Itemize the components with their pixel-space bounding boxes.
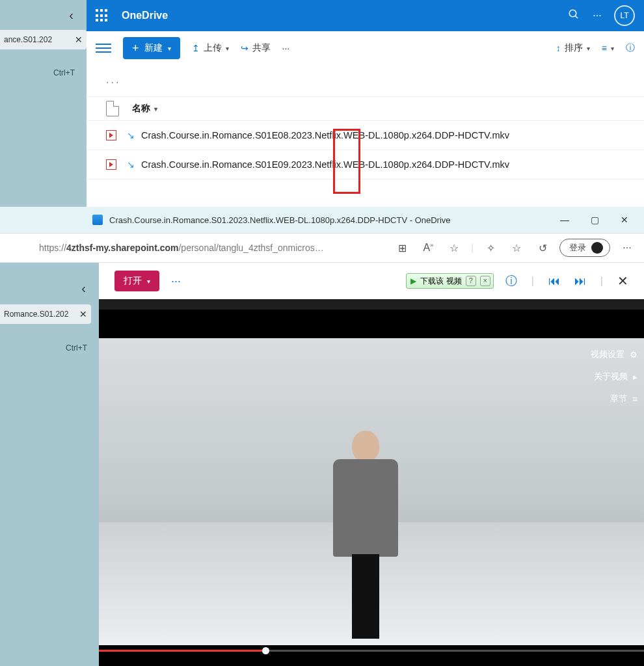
file-name: Crash.Course.in.Romance.S01E08.2023.Netf… xyxy=(141,130,509,140)
login-label: 登录 xyxy=(569,242,586,254)
info-icon[interactable]: ⓘ xyxy=(626,42,635,54)
player-main: 打开 ▾ ··· ▶ 下载该 视频 ? × ⓘ | ⏮ ⏭ | ✕ xyxy=(99,263,644,666)
help-icon[interactable]: ? xyxy=(466,276,476,286)
upload-button[interactable]: ↥ 上传 ▾ xyxy=(192,42,229,54)
progress-knob[interactable] xyxy=(262,647,269,654)
plus-icon: + xyxy=(132,42,139,54)
svg-line-1 xyxy=(575,16,578,18)
list-icon: ≡ xyxy=(632,394,637,404)
avatar[interactable]: LT xyxy=(614,5,635,26)
sort-button[interactable]: ↕ 排序 ▾ xyxy=(556,42,590,54)
onedrive-favicon-icon xyxy=(92,215,103,225)
upload-label: 上传 xyxy=(204,42,222,54)
close-icon[interactable]: ✕ xyxy=(79,309,87,319)
progress-bar[interactable] xyxy=(99,650,644,652)
video-overlay-menu: 视频设置 ⚙ 关于视频 ▸ 章节 ≡ xyxy=(569,338,644,415)
chevron-down-icon: ▾ xyxy=(147,278,150,285)
column-name[interactable]: 名称 ▾ xyxy=(132,103,157,114)
apps-icon[interactable]: ⊞ xyxy=(393,242,411,254)
upload-icon: ↥ xyxy=(192,43,200,53)
chevron-down-icon: ▾ xyxy=(226,45,229,52)
back-icon[interactable]: ‹ xyxy=(69,8,74,23)
video-letterbox-top xyxy=(99,299,644,310)
sync-icon: ↘ xyxy=(127,159,135,170)
close-icon[interactable]: ✕ xyxy=(617,273,628,289)
share-button[interactable]: ↪ 共享 xyxy=(241,42,271,54)
file-name: Crash.Course.in.Romance.S01E09.2023.Netf… xyxy=(141,159,509,170)
app-title: OneDrive xyxy=(122,10,168,21)
share-label: 共享 xyxy=(252,42,271,54)
play-box-icon: ▸ xyxy=(633,372,637,382)
list-header: 名称 ▾ xyxy=(87,96,644,121)
video-settings-button[interactable]: 视频设置 ⚙ xyxy=(575,349,637,360)
video-stage[interactable]: 视频设置 ⚙ 关于视频 ▸ 章节 ≡ xyxy=(99,299,644,666)
overflow-button[interactable]: ··· xyxy=(282,43,290,53)
file-row[interactable]: ↘ Crash.Course.in.Romance.S01E08.2023.Ne… xyxy=(87,121,644,150)
download-banner[interactable]: ▶ 下载该 视频 ? × xyxy=(406,273,493,289)
info-icon[interactable]: ⓘ xyxy=(505,273,517,289)
sidebar-tab-label: Romance.S01.202 xyxy=(4,310,68,319)
browser-toolbar: https://4zthsf-my.sharepoint.com/persona… xyxy=(0,233,644,263)
video-person-silhouette xyxy=(333,431,398,639)
column-name-label: 名称 xyxy=(132,103,150,114)
video-file-icon xyxy=(106,159,116,170)
player-body: ‹ Romance.S01.202 ✕ Ctrl+T 打开 ▾ ··· ▶ 下载… xyxy=(0,263,644,666)
extensions-icon[interactable]: ✧ xyxy=(481,242,500,254)
view-button[interactable]: ≡ ▾ xyxy=(602,43,614,53)
menu-icon[interactable]: ··· xyxy=(618,242,636,254)
close-icon[interactable]: ✕ xyxy=(75,34,83,45)
progress-fill xyxy=(99,650,262,652)
prev-track-icon[interactable]: ⏮ xyxy=(548,274,560,288)
sidebar-tab-bottom[interactable]: Romance.S01.202 ✕ xyxy=(0,304,91,324)
player-command-bar: 打开 ▾ ··· ▶ 下载该 视频 ? × ⓘ | ⏮ ⏭ | ✕ xyxy=(99,263,644,299)
browser-window: Crash.Course.in.Romance.S01.2023.Netflix… xyxy=(0,207,644,666)
sidebar-tab-top[interactable]: ance.S01.202 ✕ xyxy=(0,30,87,49)
hamburger-icon[interactable] xyxy=(96,44,111,53)
more-icon[interactable]: ··· xyxy=(585,10,609,21)
onedrive-window: ‹ ance.S01.202 ✕ Ctrl+T OneDrive ··· LT … xyxy=(0,0,644,207)
app-launcher-icon[interactable] xyxy=(96,9,109,22)
chevron-down-icon: ▾ xyxy=(154,105,157,113)
history-icon[interactable]: ↺ xyxy=(533,242,552,254)
file-row[interactable]: ↘ Crash.Course.in.Romance.S01E09.2023.Ne… xyxy=(87,150,644,180)
about-video-button[interactable]: 关于视频 ▸ xyxy=(575,371,637,382)
settings-icon: ⚙ xyxy=(630,350,637,360)
left-sidebar-bottom: ‹ Romance.S01.202 ✕ Ctrl+T xyxy=(0,263,99,666)
address-bar[interactable]: https://4zthsf-my.sharepoint.com/persona… xyxy=(39,243,324,253)
chapters-button[interactable]: 章节 ≡ xyxy=(575,393,637,405)
sort-icon: ↕ xyxy=(556,43,561,53)
sync-icon: ↘ xyxy=(127,130,135,140)
minimize-button[interactable]: — xyxy=(553,215,576,225)
favorites-bar-icon[interactable]: ☆ xyxy=(507,242,526,254)
maximize-button[interactable]: ▢ xyxy=(583,215,606,225)
back-icon[interactable]: ‹ xyxy=(81,281,86,296)
new-tab-shortcut: Ctrl+T xyxy=(53,68,75,77)
next-track-icon[interactable]: ⏭ xyxy=(574,274,586,288)
login-button[interactable]: 登录 xyxy=(559,239,610,257)
close-button[interactable]: ✕ xyxy=(613,215,636,225)
video-file-icon xyxy=(106,130,116,140)
sidebar-tab-label: ance.S01.202 xyxy=(4,35,52,44)
list-view-icon: ≡ xyxy=(602,43,607,53)
breadcrumb-ellipsis[interactable]: ··· xyxy=(87,65,644,96)
new-tab-shortcut: Ctrl+T xyxy=(66,343,87,353)
share-icon: ↪ xyxy=(241,43,248,53)
play-icon: ▶ xyxy=(410,276,416,286)
chevron-down-icon: ▾ xyxy=(168,45,171,52)
dismiss-icon[interactable]: × xyxy=(480,276,490,286)
left-sidebar-top: ‹ ance.S01.202 ✕ Ctrl+T xyxy=(0,0,87,207)
more-icon[interactable]: ··· xyxy=(171,274,181,288)
open-button-label: 打开 xyxy=(124,275,142,287)
browser-titlebar: Crash.Course.in.Romance.S01.2023.Netflix… xyxy=(0,207,644,233)
browser-title-text: Crash.Course.in.Romance.S01.2023.Netflix… xyxy=(109,215,451,225)
read-aloud-icon[interactable]: A» xyxy=(419,242,437,254)
new-button[interactable]: + 新建 ▾ xyxy=(123,37,180,59)
sort-label: 排序 xyxy=(565,42,583,54)
profile-dot-icon xyxy=(591,242,603,254)
svg-point-0 xyxy=(569,10,576,17)
open-button[interactable]: 打开 ▾ xyxy=(114,271,159,291)
new-button-label: 新建 xyxy=(144,42,163,54)
favorite-icon[interactable]: ☆ xyxy=(445,242,463,254)
onedrive-header: OneDrive ··· LT xyxy=(87,0,644,31)
search-icon[interactable] xyxy=(562,8,585,23)
